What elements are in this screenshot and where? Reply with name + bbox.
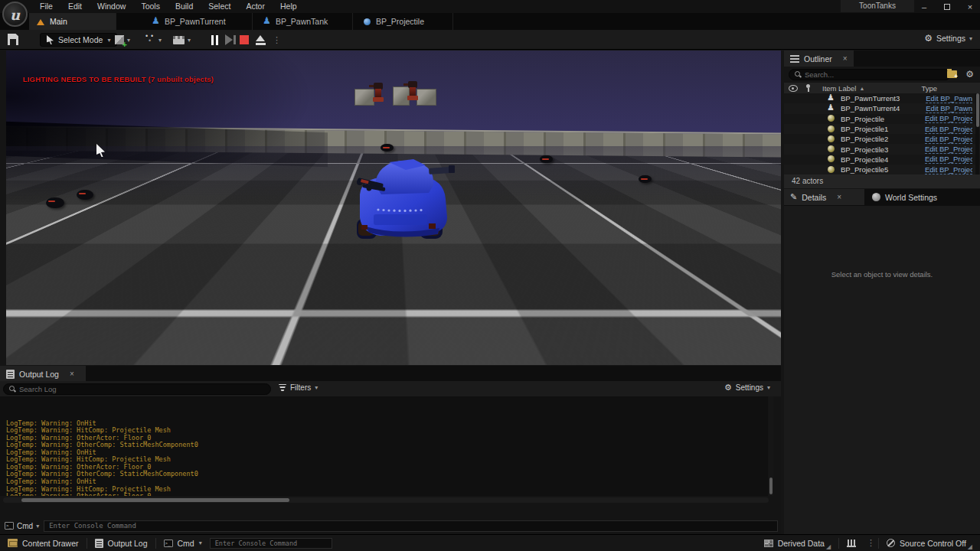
blueprints-button[interactable]: ▾ bbox=[145, 33, 162, 47]
log-line: LogTemp: Warning: OtherComp: StaticMeshC… bbox=[6, 442, 768, 449]
clapperboard-icon bbox=[173, 36, 185, 44]
log-search-input[interactable]: Search Log bbox=[3, 383, 271, 395]
kebab-icon: ⋮ bbox=[867, 538, 875, 548]
tab-bp-pawntank[interactable]: BP_PawnTank bbox=[255, 13, 353, 30]
outliner-tab-bar: Outliner × bbox=[784, 51, 980, 67]
visibility-eye-icon[interactable] bbox=[789, 85, 798, 91]
statusbar-kebab[interactable]: ⋮ bbox=[864, 535, 878, 551]
edit-blueprint-link[interactable]: Edit BP_Projec bbox=[925, 135, 972, 144]
column-type[interactable]: Type bbox=[921, 84, 937, 93]
tab-world-settings[interactable]: World Settings bbox=[866, 189, 943, 205]
stop-button[interactable] bbox=[240, 35, 249, 44]
source-control-off-icon bbox=[887, 539, 895, 547]
actor-type-icon bbox=[827, 155, 836, 164]
player-tank[interactable] bbox=[343, 152, 458, 247]
outliner-scrollbar[interactable] bbox=[975, 93, 979, 174]
outliner-row[interactable]: BP_Projectile4 Edit BP_Projec bbox=[784, 155, 980, 165]
insights-button[interactable] bbox=[839, 535, 864, 551]
edit-blueprint-link[interactable]: Edit BP_Projec bbox=[925, 114, 972, 123]
menu-item[interactable]: File bbox=[34, 0, 59, 13]
viewport-settings-dropdown[interactable]: ⚙ Settings ▾ bbox=[924, 34, 972, 43]
outliner-row[interactable]: BP_Projectile Edit BP_Projec bbox=[784, 114, 980, 124]
edit-blueprint-link[interactable]: Edit BP_Projec bbox=[925, 165, 972, 174]
log-command-row: >_ Cmd ▾ bbox=[0, 518, 781, 533]
output-log-button[interactable]: Output Log bbox=[87, 535, 155, 551]
edit-blueprint-link[interactable]: Edit BP_Projec bbox=[925, 155, 972, 164]
pause-button[interactable] bbox=[211, 35, 218, 45]
cmd-label: Cmd bbox=[178, 539, 194, 548]
outliner-row-list: BP_PawnTurrent3 Edit BP_Pawn BP_PawnTurr… bbox=[784, 93, 980, 174]
outliner-row[interactable]: BP_PawnTurrent4 Edit BP_Pawn bbox=[784, 103, 980, 113]
menu-item[interactable]: Help bbox=[274, 0, 303, 13]
outliner-search-input[interactable]: Search... bbox=[789, 69, 951, 80]
statusbar-cmd-dropdown[interactable]: >_ Cmd ▾ bbox=[156, 535, 210, 551]
outliner-settings-gear-icon[interactable]: ⚙ bbox=[965, 69, 974, 80]
lighting-warning-text: LIGHTING NEEDS TO BE REBUILT (7 unbuilt … bbox=[23, 75, 214, 83]
tab-output-log[interactable]: Output Log × bbox=[0, 366, 86, 382]
edit-blueprint-link[interactable]: Edit BP_Pawn bbox=[926, 104, 972, 113]
edit-blueprint-link[interactable]: Edit BP_Projec bbox=[925, 145, 972, 154]
level-viewport[interactable]: LIGHTING NEEDS TO BE REBUILT (7 unbuilt … bbox=[6, 51, 781, 365]
chevron-down-icon: ▾ bbox=[36, 523, 39, 530]
outliner-row[interactable]: BP_Projectile3 Edit BP_Projec bbox=[784, 144, 980, 154]
select-mode-dropdown[interactable]: Select Mode ▾ bbox=[40, 33, 117, 47]
source-control-button[interactable]: Source Control Off ◢ bbox=[879, 535, 980, 551]
log-vertical-scrollbar[interactable] bbox=[769, 396, 773, 496]
tab-bp-projectile[interactable]: BP_Projectile bbox=[355, 13, 453, 30]
filter-icon bbox=[279, 384, 286, 391]
edit-blueprint-link[interactable]: Edit BP_Projec bbox=[925, 125, 972, 134]
tab-details[interactable]: ✎ Details × bbox=[784, 189, 864, 205]
frame-skip-button[interactable] bbox=[225, 34, 233, 45]
log-lines[interactable]: LogTemp: Warning: OnHitLogTemp: Warning:… bbox=[0, 396, 768, 496]
menu-item[interactable]: Actor bbox=[240, 0, 271, 13]
output-log-toolbar: Search Log Filters ▾ ⚙ Settings ▾ bbox=[0, 381, 781, 396]
tab-main[interactable]: Main bbox=[29, 13, 116, 30]
menu-item[interactable]: Window bbox=[91, 0, 132, 13]
cinematics-button[interactable]: ▾ bbox=[173, 33, 191, 47]
new-folder-icon[interactable] bbox=[947, 70, 957, 78]
log-horizontal-scrollbar[interactable] bbox=[3, 497, 769, 503]
chevron-down-icon: ▾ bbox=[127, 37, 130, 44]
close-button[interactable]: × bbox=[965, 2, 975, 11]
add-actor-button[interactable]: ▾ bbox=[115, 33, 130, 47]
menu-item[interactable]: Select bbox=[202, 0, 237, 13]
menu-item[interactable]: Build bbox=[169, 0, 199, 13]
console-command-input[interactable] bbox=[44, 520, 778, 532]
save-icon[interactable] bbox=[8, 34, 18, 45]
outliner-row[interactable]: BP_PawnTurrent3 Edit BP_Pawn bbox=[784, 93, 980, 103]
filters-dropdown[interactable]: Filters ▾ bbox=[279, 383, 318, 392]
chevron-down-icon: ▾ bbox=[107, 37, 110, 44]
tab-outliner[interactable]: Outliner × bbox=[784, 51, 854, 67]
title-bar: FileEditWindowToolsBuildSelectActorHelp … bbox=[0, 0, 980, 13]
menu-item[interactable]: Tools bbox=[135, 0, 166, 13]
search-placeholder: Search... bbox=[805, 70, 834, 79]
cmd-dropdown[interactable]: >_ Cmd ▾ bbox=[0, 522, 44, 530]
derived-data-button[interactable]: Derived Data ◢ bbox=[756, 535, 838, 551]
actor-type-icon bbox=[827, 94, 836, 103]
maximize-button[interactable] bbox=[942, 2, 952, 11]
column-item-label[interactable]: Item Label bbox=[822, 84, 856, 93]
menu-item[interactable]: Edit bbox=[62, 0, 88, 13]
log-settings-dropdown[interactable]: ⚙ Settings ▾ bbox=[724, 383, 770, 392]
close-icon[interactable]: × bbox=[837, 193, 841, 201]
outliner-row[interactable]: BP_Projectile2 Edit BP_Projec bbox=[784, 134, 980, 144]
eject-button[interactable] bbox=[256, 35, 266, 45]
close-icon[interactable]: × bbox=[843, 54, 848, 63]
content-drawer-button[interactable]: Content Drawer bbox=[0, 535, 87, 551]
window-title: ToonTanks bbox=[841, 0, 914, 12]
outliner-row[interactable]: BP_Projectile1 Edit BP_Projec bbox=[784, 124, 980, 134]
tab-bp-pawnturrent[interactable]: BP_PawnTurrent bbox=[144, 13, 253, 30]
log-line: LogTemp: Warning: OtherActor: Floor_0 bbox=[6, 493, 768, 496]
tab-label: Outliner bbox=[804, 54, 832, 64]
edit-blueprint-link[interactable]: Edit BP_Pawn bbox=[926, 94, 972, 103]
play-options-kebab-icon[interactable]: ⋮ bbox=[273, 35, 281, 45]
statusbar-console-input[interactable] bbox=[210, 538, 332, 549]
add-cube-icon bbox=[115, 35, 124, 44]
projectile-mesh bbox=[540, 155, 553, 163]
outliner-row[interactable]: BP_Projectile5 Edit BP_Projec bbox=[784, 165, 980, 174]
pin-icon[interactable] bbox=[805, 84, 812, 92]
close-icon[interactable]: × bbox=[70, 370, 74, 378]
minimize-button[interactable]: – bbox=[919, 2, 929, 11]
tab-label: BP_PawnTank bbox=[276, 17, 328, 26]
tab-label: BP_Projectile bbox=[376, 17, 424, 26]
